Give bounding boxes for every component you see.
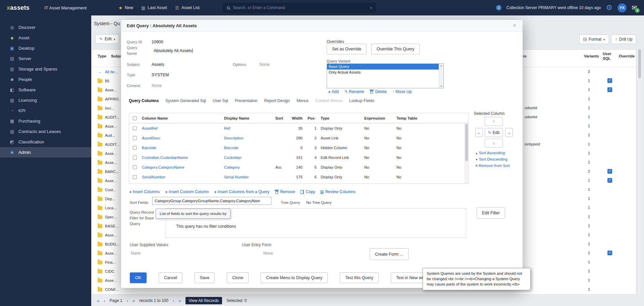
column-header-type[interactable]: Type [98, 54, 106, 58]
row-checkbox[interactable] [133, 156, 137, 160]
ok-button[interactable]: OK [130, 272, 147, 283]
close-icon[interactable] [511, 23, 518, 29]
chevron-down-icon[interactable] [370, 5, 372, 10]
cell-column-name[interactable]: SerialNumber [141, 175, 223, 179]
drill-up-button[interactable]: Drill Up [611, 35, 636, 44]
sidebar-item-purchasing[interactable]: ▦ Purchasing [0, 116, 91, 126]
column-row[interactable]: Custodian.CustodianName Custodian 151 4 … [129, 152, 468, 162]
row-checkbox[interactable] [133, 146, 137, 150]
move-column-up-button[interactable] [485, 117, 503, 126]
tab-lookup-fields[interactable]: Lookup Fields [349, 98, 374, 103]
sort-ascending-link[interactable]: Sort Ascending [475, 151, 510, 155]
next-records-button[interactable] [173, 299, 174, 303]
copy-link[interactable]: Copy [301, 189, 315, 194]
rename-variant-link[interactable]: Rename [344, 89, 364, 94]
sidebar-item-admin[interactable]: ☻ Admin [0, 147, 91, 158]
cell-column-name[interactable]: AssetRef [141, 126, 223, 130]
next-page-button[interactable] [127, 299, 128, 303]
avatar[interactable]: PX [618, 3, 627, 12]
set-as-override-button[interactable]: Set as Override [327, 44, 367, 54]
cell-display-name[interactable]: Barcode [223, 146, 274, 150]
column-header-overrides[interactable]: Override [619, 54, 635, 58]
header-temp-table[interactable]: Temp Table [395, 116, 425, 120]
all-records-button[interactable] [178, 299, 181, 303]
format-dropdown-button[interactable]: Format [579, 35, 609, 44]
tab-context-menus[interactable]: Context Menus [315, 98, 342, 103]
info-icon[interactable] [496, 5, 501, 10]
previous-page-button[interactable] [104, 299, 105, 303]
sidebar-item-people[interactable]: ☻ People [0, 74, 91, 85]
cancel-button[interactable]: Cancel [159, 272, 182, 283]
move-up-variant-link[interactable]: Move Up [392, 89, 412, 94]
move-column-left-button[interactable] [475, 128, 483, 137]
insert-custom-column-link[interactable]: Insert Custom Column [165, 189, 209, 194]
cell-display-name[interactable]: Serial Number [223, 175, 274, 179]
sidebar-item-software[interactable]: ◧ Software [0, 85, 91, 95]
sidebar-item-storage[interactable]: ▥ Storage and Spares [0, 64, 91, 74]
remove-from-sort-link[interactable]: Remove from Sort [475, 164, 510, 168]
create-form-button[interactable]: Create Form ... [370, 248, 409, 260]
edit-filter-button[interactable]: Edit Filter [477, 207, 505, 219]
last-page-button[interactable] [132, 299, 135, 303]
command-search-input[interactable]: Search, or Enter a Command [223, 3, 376, 12]
cell-column-name[interactable]: Category.CategoryName [141, 165, 223, 169]
column-row[interactable]: SerialNumber Serial Number 175 6 Display… [129, 172, 468, 182]
row-checkbox[interactable] [133, 136, 137, 140]
user-sql-checkbox[interactable] [607, 87, 612, 92]
insert-columns-link[interactable]: Insert Columns [129, 189, 160, 194]
user-sql-checkbox[interactable] [607, 251, 612, 255]
scroll-up-icon[interactable] [440, 64, 442, 67]
header-type[interactable]: Type [319, 116, 363, 120]
sidebar-item-server[interactable]: ▤ Server [0, 53, 91, 64]
tab-menus[interactable]: Menus [297, 98, 309, 103]
add-variant-link[interactable]: Add [328, 89, 339, 94]
query-name-input[interactable]: Absolutely All Assets [154, 48, 193, 53]
gear-icon[interactable] [606, 4, 613, 11]
move-column-right-button[interactable] [505, 128, 513, 137]
column-row[interactable]: AssetRef Ref 35 1 Display Only No No [129, 123, 468, 133]
vertical-scrollbar[interactable] [638, 49, 641, 295]
cell-display-name[interactable]: Description [223, 136, 274, 140]
cell-display-name[interactable]: Category [223, 165, 274, 169]
user-sql-checkbox[interactable] [607, 78, 612, 83]
header-sort[interactable]: Sort [274, 116, 288, 120]
sidebar-item-kpi[interactable]: ◔ KPI [0, 105, 91, 116]
tab-query-columns[interactable]: Query Columns [129, 98, 159, 103]
override-this-query-button[interactable]: Override This Query [371, 44, 420, 54]
sidebar-item-classification[interactable]: ◩ Classification [0, 137, 91, 147]
column-row[interactable]: Category.CategoryName Category Asc 140 5… [129, 162, 468, 172]
header-pos[interactable]: Pos [306, 116, 319, 120]
mail-icon[interactable]: 4 [632, 4, 637, 11]
variant-option[interactable]: Base Query [327, 64, 443, 70]
sidebar-item-licensing[interactable]: ▨ Licensing [0, 95, 91, 105]
test-query-button[interactable]: Test this Query [340, 272, 378, 283]
delete-variant-link[interactable]: Delete [370, 89, 387, 94]
select-all-checkbox[interactable] [133, 116, 137, 120]
cell-column-name[interactable]: Custodian.CustodianName [141, 156, 223, 160]
sidebar-item-asset[interactable]: ◆ Asset [0, 33, 91, 43]
edit-dropdown-button[interactable]: Edit [95, 34, 119, 44]
asset-list-button[interactable]: ☰ Asset List [175, 5, 200, 10]
scrollbar-thumb[interactable] [638, 49, 641, 78]
cell-display-name[interactable]: Custodian [223, 156, 274, 160]
cell-display-name[interactable]: Ref [223, 126, 274, 130]
query-variant-listbox[interactable]: Base Query Only Actual Assets [327, 63, 444, 88]
review-columns-link[interactable]: Review Columns [321, 189, 356, 194]
cell-column-name[interactable]: Barcode [141, 146, 223, 150]
row-checkbox[interactable] [133, 175, 137, 179]
sort-fields-input[interactable]: CategoryGroup.CategoryGroupName,Category… [152, 197, 271, 205]
listbox-scrollbar[interactable] [439, 64, 443, 88]
row-checkbox[interactable] [133, 126, 137, 130]
clone-button[interactable]: Clone [227, 272, 249, 283]
sidebar-item-contracts[interactable]: ▧ Contracts and Leases [0, 126, 91, 137]
header-column-name[interactable]: Column Name [141, 116, 223, 120]
row-checkbox[interactable] [133, 165, 137, 169]
sidebar-item-discover[interactable]: ◎ Discover [0, 22, 91, 33]
header-expression[interactable]: Expression [363, 116, 395, 120]
user-sql-checkbox[interactable] [607, 178, 612, 183]
scrollbar-thumb[interactable] [465, 124, 468, 161]
save-button[interactable]: Save [195, 272, 215, 283]
remove-link[interactable]: Remove [275, 189, 295, 194]
sidebar-item-desktop[interactable]: ▣ Desktop [0, 43, 91, 53]
view-all-records-button[interactable]: View All Records [185, 297, 222, 304]
